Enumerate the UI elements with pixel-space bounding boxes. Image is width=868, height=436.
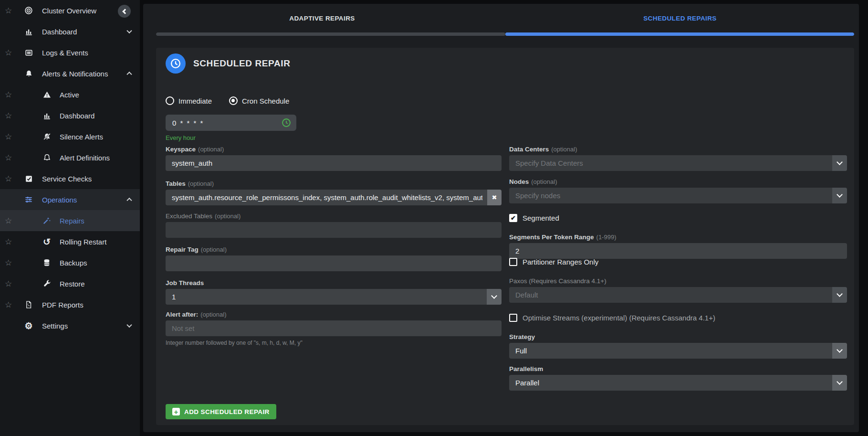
strategy-value: Full xyxy=(515,347,527,355)
checkbox-unchecked-icon xyxy=(509,314,517,322)
repairs-tabbar: ADAPTIVE REPAIRS SCHEDULED REPAIRS xyxy=(143,4,859,32)
sidebar-item-restore[interactable]: ☆ Restore xyxy=(0,273,140,294)
sidebar-item-label: Service Checks xyxy=(42,175,92,183)
sidebar-item-backups[interactable]: ☆ Backups xyxy=(0,252,140,273)
favorite-star-icon[interactable]: ☆ xyxy=(5,154,12,162)
sidebar-item-label: Settings xyxy=(42,322,68,330)
target-icon xyxy=(24,6,33,15)
favorite-star-icon[interactable]: ☆ xyxy=(5,301,12,309)
favorite-star-icon[interactable]: ☆ xyxy=(5,280,12,288)
radio-label: Cron Schedule xyxy=(242,97,289,105)
sidebar-item-label: PDF Reports xyxy=(42,301,84,309)
chevron-down-icon xyxy=(126,322,132,328)
tab-scheduled-repairs[interactable]: SCHEDULED REPAIRS xyxy=(501,4,859,32)
add-scheduled-repair-button[interactable]: + ADD SCHEDULED REPAIR xyxy=(166,404,276,419)
clear-tables-button[interactable]: ✖ xyxy=(487,190,502,205)
strategy-select[interactable]: Full xyxy=(509,343,847,359)
job-threads-group: Job Threads 1 xyxy=(166,279,502,305)
sidebar-item-alerts-notifications[interactable]: Alerts & Notifications xyxy=(0,63,140,84)
alert-after-input[interactable] xyxy=(166,320,502,336)
chevron-down-icon xyxy=(487,289,502,305)
sidebar-item-alert-definitions[interactable]: ☆ Alert Definitions xyxy=(0,147,140,168)
repair-tag-input[interactable] xyxy=(166,255,502,271)
parallelism-select[interactable]: Parallel xyxy=(509,375,847,391)
cron-clock-icon[interactable] xyxy=(281,117,292,128)
parallelism-label: Parallelism xyxy=(509,365,847,373)
optional-hint: (optional) xyxy=(215,213,241,220)
parallelism-group: Parallelism Parallel xyxy=(509,365,847,391)
sidebar: ☆ Cluster Overview Dashboard ☆ Logs & Ev… xyxy=(0,0,140,436)
favorite-star-icon[interactable]: ☆ xyxy=(5,238,12,246)
nodes-select[interactable]: Specify nodes xyxy=(509,188,847,203)
gear-icon: ⚙ xyxy=(24,321,33,330)
bell-icon xyxy=(24,69,33,78)
cron-expression-input[interactable] xyxy=(172,119,281,127)
bell-icon xyxy=(42,153,52,162)
optional-hint: (optional) xyxy=(551,146,577,153)
favorite-star-icon[interactable]: ☆ xyxy=(5,133,12,141)
favorite-star-icon[interactable]: ☆ xyxy=(5,112,12,120)
excluded-tables-input[interactable] xyxy=(166,222,502,238)
sidebar-item-pdf-reports[interactable]: ☆ PDF Reports xyxy=(0,294,140,315)
sidebar-item-label: Repairs xyxy=(60,217,84,225)
job-threads-label: Job Threads xyxy=(166,279,502,287)
sidebar-item-logs-events[interactable]: ☆ Logs & Events xyxy=(0,42,140,63)
tables-input[interactable] xyxy=(166,190,502,205)
excluded-tables-label: Excluded Tables(optional) xyxy=(166,213,502,220)
paxos-group: Paxos (Requires Cassandra 4.1+) Default xyxy=(509,277,847,303)
sidebar-item-service-checks[interactable]: ☆ Service Checks xyxy=(0,168,140,189)
sidebar-item-alerts-dashboard[interactable]: ☆ Dashboard xyxy=(0,105,140,126)
sidebar-item-silence-alerts[interactable]: ☆ Silence Alerts xyxy=(0,126,140,147)
repairs-content-card: ADAPTIVE REPAIRS SCHEDULED REPAIRS SCHED… xyxy=(143,4,859,432)
sidebar-item-label: Backups xyxy=(60,259,87,267)
favorite-star-icon[interactable]: ☆ xyxy=(5,7,12,15)
close-icon: ✖ xyxy=(492,194,497,201)
tables-group: Tables(optional) ✖ xyxy=(166,180,502,205)
favorite-star-icon[interactable]: ☆ xyxy=(5,49,12,57)
sliders-icon xyxy=(24,195,33,204)
sidebar-item-label: Restore xyxy=(60,280,85,288)
data-centers-placeholder: Specify Data Centers xyxy=(515,159,583,167)
favorite-star-icon[interactable]: ☆ xyxy=(5,91,12,99)
keyspace-label: Keyspace(optional) xyxy=(166,146,502,153)
data-centers-label: Data Centers(optional) xyxy=(509,146,847,153)
sidebar-item-operations[interactable]: Operations xyxy=(0,189,140,210)
sidebar-item-active[interactable]: ☆ Active xyxy=(0,84,140,105)
optimise-streams-checkbox[interactable]: Optimise Streams (experimental) (Require… xyxy=(509,314,715,322)
optional-hint: (optional) xyxy=(531,178,557,185)
data-centers-select[interactable]: Specify Data Centers xyxy=(509,155,847,171)
rotate-ccw-icon: ↺ xyxy=(42,237,52,246)
sidebar-item-dashboard[interactable]: Dashboard xyxy=(0,21,140,42)
radio-cron-schedule[interactable]: Cron Schedule xyxy=(229,96,289,105)
favorite-star-icon[interactable]: ☆ xyxy=(5,175,12,183)
favorite-star-icon[interactable]: ☆ xyxy=(5,259,12,267)
tab-adaptive-repairs[interactable]: ADAPTIVE REPAIRS xyxy=(143,4,501,32)
segments-per-token-range-input[interactable] xyxy=(509,243,847,259)
sidebar-collapse-button[interactable] xyxy=(118,5,131,18)
sidebar-item-label: Operations xyxy=(42,196,77,204)
paxos-select[interactable]: Default xyxy=(509,287,847,303)
sidebar-item-settings[interactable]: ⚙ Settings xyxy=(0,315,140,336)
partitioner-ranges-only-label: Partitioner Ranges Only xyxy=(523,258,598,266)
partitioner-ranges-only-checkbox[interactable]: Partitioner Ranges Only xyxy=(509,258,598,266)
plus-icon: + xyxy=(172,408,180,415)
favorite-star-icon[interactable]: ☆ xyxy=(5,217,12,225)
keyspace-input[interactable] xyxy=(166,155,502,171)
logs-icon xyxy=(24,48,33,57)
chevron-down-icon xyxy=(832,375,847,391)
sidebar-item-repairs[interactable]: ☆ Repairs xyxy=(0,210,140,231)
chevron-down-icon xyxy=(832,343,847,359)
paxos-value: Default xyxy=(515,291,538,299)
alert-after-group: Alert after:(optional) Integer number fo… xyxy=(166,311,502,346)
warning-triangle-icon xyxy=(42,90,52,99)
segmented-checkbox[interactable]: ✔ Segmented xyxy=(509,214,559,222)
radio-immediate[interactable]: Immediate xyxy=(166,96,212,105)
sidebar-item-label: Logs & Events xyxy=(42,49,88,57)
checkbox-unchecked-icon xyxy=(509,258,517,266)
sidebar-item-label: Rolling Restart xyxy=(60,238,106,246)
job-threads-select[interactable]: 1 xyxy=(166,289,502,305)
sidebar-item-rolling-restart[interactable]: ☆ ↺ Rolling Restart xyxy=(0,231,140,252)
nodes-label: Nodes(optional) xyxy=(509,178,847,186)
cron-expression-field[interactable] xyxy=(166,115,296,131)
excluded-tables-group: Excluded Tables(optional) xyxy=(166,213,502,238)
